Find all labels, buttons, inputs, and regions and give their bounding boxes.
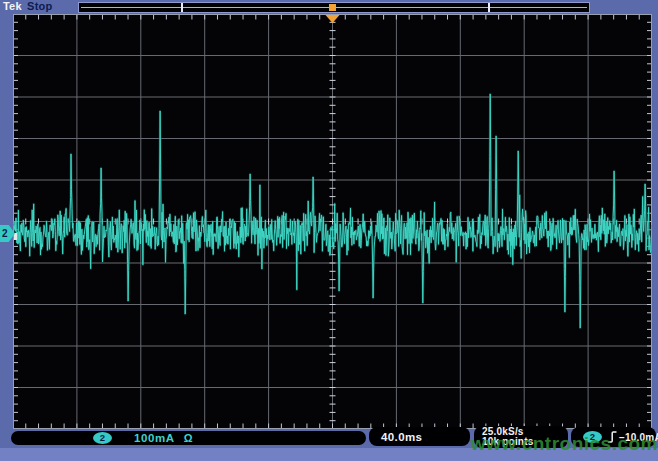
acquisition-status-label: Stop bbox=[27, 0, 53, 12]
timebase-readout[interactable]: 40.0ms bbox=[369, 427, 470, 446]
channel2-readout[interactable]: 2 100mA Ω bbox=[11, 431, 366, 445]
waveform-display bbox=[13, 14, 652, 429]
channel2-badge: 2 bbox=[93, 432, 112, 444]
tek-logo: Tek bbox=[3, 0, 22, 12]
record-window-left-bracket bbox=[181, 3, 183, 12]
channel2-coupling-value: Ω bbox=[184, 432, 193, 444]
header-bar: Tek Stop bbox=[0, 0, 658, 14]
channel2-marker-label: 2 bbox=[2, 228, 8, 239]
oscilloscope-screen: Tek Stop 2 2 100mA Ω 40.0ms 25.0kS/s 10k… bbox=[0, 0, 658, 461]
timebase-scale-value: 40.0ms bbox=[381, 431, 422, 443]
watermark-text: www.cntronics.com bbox=[471, 433, 658, 455]
record-window-right-bracket bbox=[488, 3, 490, 12]
trigger-position-icon[interactable] bbox=[326, 15, 340, 23]
channel2-scale-value: 100mA bbox=[134, 432, 175, 444]
graticule bbox=[13, 14, 652, 429]
record-trigger-position-icon bbox=[329, 4, 336, 11]
record-view-bar[interactable] bbox=[78, 2, 590, 13]
